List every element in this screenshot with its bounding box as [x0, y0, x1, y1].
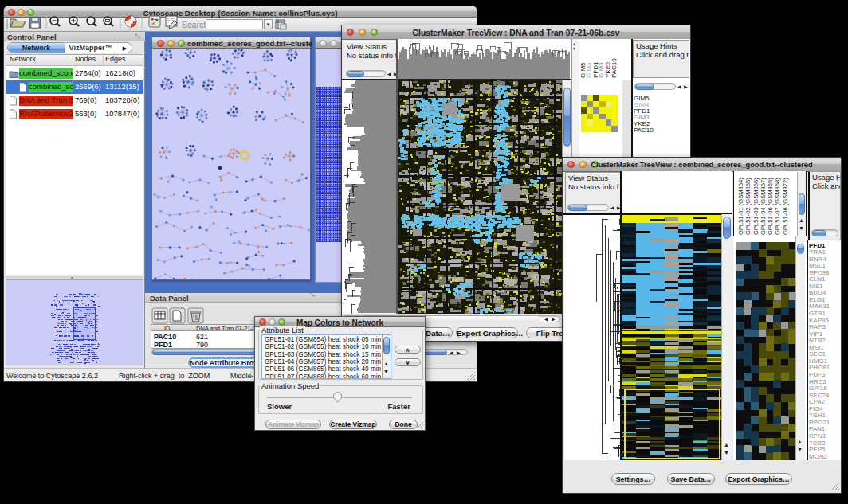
svg-text:GPL51-04 (GSM857): GPL51-04 (GSM857)	[760, 178, 767, 235]
svg-text:GPL51-06 (GSM865): GPL51-06 (GSM865)	[767, 178, 774, 235]
svg-text:GPL51-07 (GSM868): GPL51-07 (GSM868)	[774, 178, 781, 235]
svg-text:GPL51-01 (GSM854): GPL51-01 (GSM854)	[737, 178, 744, 235]
svg-text:GPL51-02 (GSM855): GPL51-02 (GSM855)	[744, 178, 752, 235]
svg-text:GPL51-08 (GSM872): GPL51-08 (GSM872)	[782, 178, 789, 235]
svg-text:PAC10: PAC10	[610, 58, 618, 78]
svg-text:GPL51-03 (GSM856): GPL51-03 (GSM856)	[752, 178, 760, 235]
